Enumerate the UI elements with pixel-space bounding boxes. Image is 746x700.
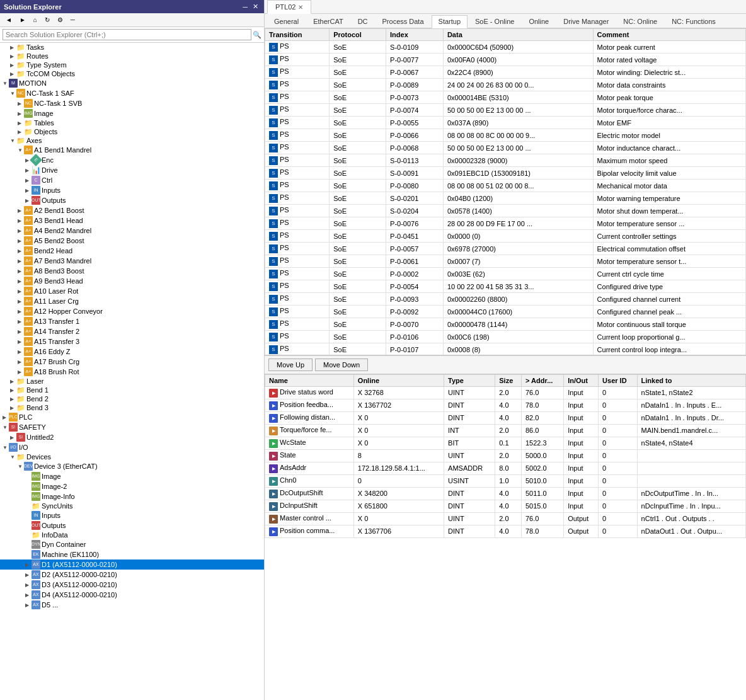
startup-row[interactable]: SPS SoE P-0-0092 0x000044C0 (17600) Conf…	[265, 306, 746, 318]
tree-item-device3[interactable]: ▼ DEV Device 3 (EtherCAT)	[0, 461, 264, 471]
tree-item-d2[interactable]: ▶ AX D2 (AX5112-0000-0210)	[0, 570, 264, 580]
tree-item-outputs[interactable]: ▶ OUT Outputs	[0, 195, 264, 205]
tree-item-laser[interactable]: ▶ 📁 Laser	[0, 377, 264, 386]
startup-row[interactable]: SPS SoE P-0-0067 0x22C4 (8900) Motor win…	[265, 66, 746, 79]
startup-row[interactable]: SPS SoE P-0-0106 0x00C6 (198) Current lo…	[265, 331, 746, 343]
startup-row[interactable]: SPS SoE P-0-0093 0x00002260 (8800) Confi…	[265, 293, 746, 306]
startup-row[interactable]: SPS SoE S-0-0201 0x04B0 (1200) Motor war…	[265, 192, 746, 205]
tab-drivemanager[interactable]: Drive Manager	[556, 15, 616, 28]
search-input[interactable]	[3, 29, 251, 40]
tree-item-a17BrushCrg[interactable]: ▶ A+ A17 Brush Crg	[0, 357, 264, 367]
tree-item-d1[interactable]: ▶ AX D1 (AX5112-0000-0210)	[0, 559, 264, 570]
tree-item-tables[interactable]: ▶ 📁 Tables	[0, 118, 264, 127]
settings-button[interactable]: ⚙	[54, 14, 66, 25]
tab-online[interactable]: Online	[522, 15, 556, 28]
startup-row[interactable]: SPS SoE S-0-0113 0x00002328 (9000) Maxim…	[265, 154, 746, 167]
tree-item-a10LaserRot[interactable]: ▶ A+ A10 Laser Rot	[0, 286, 264, 296]
tree-item-a9Bend3Head[interactable]: ▶ A+ A9 Bend3 Head	[0, 276, 264, 286]
startup-row[interactable]: SPS SoE P-0-0002 0x003E (62) Current ctr…	[265, 268, 746, 280]
tree-item-a14Transfer2[interactable]: ▶ A+ A14 Transfer 2	[0, 326, 264, 336]
tab-ethercat[interactable]: EtherCAT	[306, 15, 350, 28]
startup-row[interactable]: SPS SoE P-0-0057 0x6978 (27000) Electric…	[265, 243, 746, 255]
tree-item-infoData[interactable]: 📁 InfoData	[0, 531, 264, 539]
startup-row[interactable]: SPS SoE P-0-0066 08 00 08 00 8C 00 00 00…	[265, 129, 746, 142]
startup-row[interactable]: SPS SoE P-0-0076 28 00 28 00 D9 FE 17 00…	[265, 217, 746, 230]
move-down-button[interactable]: Move Down	[315, 359, 368, 371]
startup-row[interactable]: SPS SoE P-0-0451 0x0000 (0) Current cont…	[265, 230, 746, 243]
variable-row[interactable]: ▶DcOutputShift X 348200 DINT 4.0 5011.0 …	[265, 487, 746, 500]
tree-item-inputsDevice[interactable]: IN Inputs	[0, 510, 264, 520]
tree-item-a8Bend3Boost[interactable]: ▶ A+ A8 Bend3 Boost	[0, 266, 264, 276]
tree-item-drive[interactable]: ▶ 📊 Drive	[0, 165, 264, 175]
move-up-button[interactable]: Move Up	[268, 359, 313, 371]
tree-item-d5[interactable]: ▶ AX D5 ...	[0, 600, 264, 610]
tree-item-a5Bend2Boost[interactable]: ▶ A+ A5 Bend2 Boost	[0, 236, 264, 246]
tree-item-a15Transfer3[interactable]: ▶ A+ A15 Transfer 3	[0, 336, 264, 347]
variable-row[interactable]: ▶Torque/force fe... X 0 INT 2.0 86.0 Inp…	[265, 424, 746, 437]
tab-general[interactable]: General	[267, 15, 306, 28]
variable-row[interactable]: ▶State 8 UINT 2.0 5000.0 Input 0	[265, 449, 746, 462]
tree-item-a4Bend2Mandrel[interactable]: ▶ A+ A4 Bend2 Mandrel	[0, 226, 264, 236]
pin-button[interactable]: ─	[241, 3, 250, 11]
startup-row[interactable]: SPS SoE P-0-0061 0x0007 (7) Motor temper…	[265, 255, 746, 268]
tree-item-bend1[interactable]: ▶ 📁 Bend 1	[0, 386, 264, 394]
startup-row[interactable]: SPS SoE P-0-0068 50 00 50 00 E2 13 00 00…	[265, 142, 746, 154]
tree-item-a12HopperConveyor[interactable]: ▶ A+ A12 Hopper Conveyor	[0, 306, 264, 316]
tree-item-plc[interactable]: ▶ PLC PLC	[0, 412, 264, 422]
close-button[interactable]: ✕	[251, 3, 260, 11]
tree-item-a11LaserCrg[interactable]: ▶ A+ A11 Laser Crg	[0, 296, 264, 306]
startup-row[interactable]: SPS SoE P-0-0073 0x000014BE (5310) Motor…	[265, 91, 746, 104]
startup-row[interactable]: SPS SoE P-0-0107 0x0008 (8) Current cont…	[265, 343, 746, 356]
tree-item-bend2Head[interactable]: ▶ A+ Bend2 Head	[0, 246, 264, 256]
tab-startup[interactable]: Startup	[432, 15, 468, 28]
tree-item-a13Transfer1[interactable]: ▶ A+ A13 Transfer 1	[0, 316, 264, 326]
variable-row[interactable]: ▶Position comma... X 1367706 DINT 4.0 78…	[265, 525, 746, 537]
tree-item-ctrl[interactable]: ▶ C Ctrl	[0, 175, 264, 185]
tree-item-outputsDevice[interactable]: OUT Outputs	[0, 520, 264, 531]
tree-item-tasks[interactable]: ▶ 📁 Tasks	[0, 43, 264, 52]
tree-item-ncTask1SAF[interactable]: ▼ NC NC-Task 1 SAF	[0, 88, 264, 98]
tree-item-a7Bend3Mandrel[interactable]: ▶ A+ A7 Bend3 Mandrel	[0, 256, 264, 266]
tree-item-syncUnits[interactable]: 📁 SyncUnits	[0, 502, 264, 510]
tree-item-objects[interactable]: ▶ 📁 Objects	[0, 127, 264, 136]
tree-item-d3[interactable]: ▶ AX D3 (AX5112-0000-0210)	[0, 580, 264, 590]
tree-item-d4[interactable]: ▶ AX D4 (AX5112-0000-0210)	[0, 590, 264, 600]
tree-item-a3Bend1Head[interactable]: ▶ A+ A3 Bend1 Head	[0, 215, 264, 226]
tree-item-routes[interactable]: ▶ 📁 Routes	[0, 52, 264, 60]
home-button[interactable]: ⌂	[30, 14, 40, 25]
tab-soeonline[interactable]: SoE - Online	[468, 15, 521, 28]
tree-item-ncTask1SVB[interactable]: ▶ NC NC-Task 1 SVB	[0, 98, 264, 108]
tree-item-a16EddyZ[interactable]: ▶ A+ A16 Eddy Z	[0, 347, 264, 357]
variable-row[interactable]: ▶AdsAddr 172.18.129.58.4.1:1... AMSADDR …	[265, 462, 746, 474]
startup-row[interactable]: SPS SoE P-0-0070 0x00000478 (1144) Motor…	[265, 318, 746, 331]
tree-item-safety[interactable]: ▼ S! SAFETY	[0, 422, 264, 432]
tab-nconline[interactable]: NC: Online	[616, 15, 664, 28]
tree-item-bend2[interactable]: ▶ 📁 Bend 2	[0, 394, 264, 403]
tree-item-io[interactable]: ▼ I/O I/O	[0, 442, 264, 452]
startup-row[interactable]: SPS SoE S-0-0204 0x0578 (1400) Motor shu…	[265, 205, 746, 217]
pin2-button[interactable]: ─	[67, 14, 78, 25]
back-button[interactable]: ◄	[3, 14, 15, 25]
startup-row[interactable]: SPS SoE P-0-0089 24 00 24 00 26 83 00 00…	[265, 79, 746, 91]
forward-button[interactable]: ►	[16, 14, 29, 25]
tree-item-devices[interactable]: ▼ 📁 Devices	[0, 452, 264, 461]
variable-row[interactable]: ▶Following distan... X 0 DINT 4.0 82.0 I…	[265, 411, 746, 424]
tab-processdata[interactable]: Process Data	[376, 15, 431, 28]
startup-row[interactable]: SPS SoE P-0-0054 10 00 22 00 41 58 35 31…	[265, 280, 746, 293]
tree-item-axes[interactable]: ▼ 📁 Axes	[0, 136, 264, 145]
startup-row[interactable]: SPS SoE S-0-0109 0x0000C6D4 (50900) Moto…	[265, 41, 746, 54]
variable-row[interactable]: ▶Position feedba... X 1367702 DINT 4.0 7…	[265, 399, 746, 411]
tree-item-bend3[interactable]: ▶ 📁 Bend 3	[0, 403, 264, 412]
tree-item-image2[interactable]: IMG Image-2	[0, 481, 264, 491]
tree-item-tcomObjects[interactable]: ▶ 📁 TcCOM Objects	[0, 69, 264, 78]
variable-row[interactable]: ▶Chn0 0 USINT 1.0 5010.0 Input 0	[265, 474, 746, 487]
variable-row[interactable]: ▶Master control ... X 0 UINT 2.0 76.0 Ou…	[265, 512, 746, 525]
startup-row[interactable]: SPS SoE P-0-0055 0x037A (890) Motor EMF	[265, 117, 746, 129]
tree-item-a2Bend1Boost[interactable]: ▶ A+ A2 Bend1 Boost	[0, 205, 264, 215]
tree-item-motion[interactable]: ▼ M MOTION	[0, 78, 264, 88]
refresh-button[interactable]: ↻	[42, 14, 53, 25]
tree-item-machineEK1100[interactable]: EK Machine (EK1100)	[0, 549, 264, 559]
tree-item-imageInfo[interactable]: IMG Image-Info	[0, 491, 264, 502]
tree-item-typeSystem[interactable]: ▶ 📁 Type System	[0, 60, 264, 69]
tree-item-inputs[interactable]: ▶ IN Inputs	[0, 185, 264, 195]
